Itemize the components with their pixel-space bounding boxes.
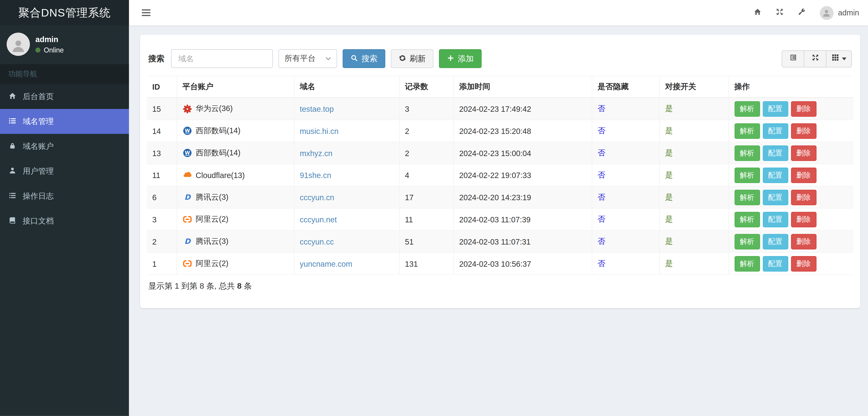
- wrench-icon[interactable]: [791, 0, 813, 25]
- cell-domain: cccyun.net: [294, 208, 399, 231]
- domain-link[interactable]: music.hi.cn: [300, 127, 338, 135]
- parse-button[interactable]: 解析: [734, 101, 760, 116]
- config-button[interactable]: 配置: [763, 256, 788, 271]
- domain-link[interactable]: cccyun.net: [300, 215, 337, 224]
- config-button[interactable]: 配置: [763, 167, 788, 183]
- delete-button[interactable]: 删除: [791, 123, 816, 138]
- parse-button[interactable]: 解析: [734, 189, 760, 205]
- hidden-toggle-link[interactable]: 否: [597, 126, 605, 135]
- domains-table: ID 平台账户 域名 记录数 添加时间 是否隐藏 对接开关 操作 15华为云(3…: [147, 76, 854, 275]
- delete-button[interactable]: 删除: [791, 189, 816, 205]
- config-button[interactable]: 配置: [763, 101, 788, 116]
- switch-toggle-link[interactable]: 是: [665, 104, 673, 112]
- refresh-button[interactable]: 刷新: [391, 49, 433, 68]
- domain-link[interactable]: yuncname.com: [300, 259, 352, 268]
- domain-table-card: 搜索 所有平台 搜索 刷新 添加: [140, 35, 860, 308]
- parse-button[interactable]: 解析: [734, 256, 760, 271]
- domain-link[interactable]: testae.top: [300, 104, 334, 113]
- hidden-toggle-link[interactable]: 否: [597, 236, 605, 245]
- platform-label: 西部数码(14): [196, 148, 241, 158]
- table-row: 13W西部数码(14)mxhyz.cn22024-02-23 15:00:04否…: [147, 142, 854, 164]
- sidebar-toggle-icon[interactable]: [138, 4, 154, 21]
- sidebar-item-label: 用户管理: [23, 166, 54, 176]
- parse-button[interactable]: 解析: [734, 123, 760, 138]
- cell-actions: 解析配置删除: [728, 142, 854, 164]
- cell-platform: Cloudflare(13): [177, 164, 294, 186]
- sidebar-item-home[interactable]: 后台首页: [0, 84, 129, 109]
- cell-records: 51: [399, 230, 454, 252]
- columns-button[interactable]: [826, 50, 852, 67]
- platform-select[interactable]: 所有平台: [278, 49, 337, 68]
- sidebar-item-accounts[interactable]: 域名账户: [0, 134, 129, 159]
- delete-button[interactable]: 删除: [791, 211, 816, 227]
- hidden-toggle-link[interactable]: 否: [597, 104, 605, 112]
- delete-button[interactable]: 删除: [791, 101, 816, 116]
- cell-switch: 是: [659, 208, 728, 231]
- config-button[interactable]: 配置: [763, 123, 788, 138]
- switch-toggle-link[interactable]: 是: [665, 214, 673, 223]
- hidden-toggle-link[interactable]: 否: [597, 214, 605, 223]
- delete-button[interactable]: 删除: [791, 256, 816, 271]
- fullscreen-icon[interactable]: [769, 0, 791, 25]
- platform-select-value: 所有平台: [285, 54, 316, 64]
- avatar[interactable]: [820, 6, 834, 20]
- domain-link[interactable]: cccyun.cc: [300, 237, 334, 246]
- user-icon: [8, 166, 17, 176]
- cell-id: 6: [147, 186, 177, 208]
- config-button[interactable]: 配置: [763, 211, 788, 227]
- parse-button[interactable]: 解析: [734, 234, 760, 249]
- cell-hidden: 否: [592, 142, 659, 164]
- sidebar-item-domains[interactable]: 域名管理: [0, 109, 129, 134]
- col-switch: 对接开关: [659, 76, 728, 98]
- main-content: 搜索 所有平台 搜索 刷新 添加: [129, 25, 868, 416]
- topbar-username[interactable]: admin: [838, 8, 859, 17]
- parse-button[interactable]: 解析: [734, 167, 760, 183]
- platform-label: 华为云(36): [196, 104, 233, 113]
- switch-toggle-link[interactable]: 是: [665, 126, 673, 135]
- hidden-toggle-link[interactable]: 否: [597, 148, 605, 157]
- config-button[interactable]: 配置: [763, 234, 788, 249]
- switch-toggle-link[interactable]: 是: [665, 192, 673, 201]
- hidden-toggle-link[interactable]: 否: [597, 192, 605, 201]
- west-icon: W: [183, 126, 192, 136]
- cell-domain: cccyun.cn: [294, 186, 399, 208]
- cell-domain: cccyun.cc: [294, 230, 399, 252]
- domain-link[interactable]: mxhyz.cn: [300, 149, 333, 158]
- switch-toggle-link[interactable]: 是: [665, 236, 673, 245]
- search-input[interactable]: [171, 49, 273, 68]
- cell-id: 11: [147, 164, 177, 186]
- delete-button[interactable]: 删除: [791, 145, 816, 161]
- parse-button[interactable]: 解析: [734, 211, 760, 227]
- plus-icon: [447, 54, 454, 63]
- sidebar-item-users[interactable]: 用户管理: [0, 159, 129, 184]
- hidden-toggle-link[interactable]: 否: [597, 170, 605, 179]
- sidebar-item-api-docs[interactable]: 接口文档: [0, 209, 129, 234]
- parse-button[interactable]: 解析: [734, 145, 760, 161]
- book-icon: [8, 216, 17, 226]
- delete-button[interactable]: 删除: [791, 167, 816, 183]
- sidebar-item-logs[interactable]: 操作日志: [0, 184, 129, 209]
- domain-link[interactable]: cccyun.cn: [300, 193, 334, 202]
- hidden-toggle-link[interactable]: 否: [597, 258, 605, 267]
- card-view-icon: [789, 54, 797, 64]
- col-added: 添加时间: [454, 76, 592, 98]
- domain-link[interactable]: 91she.cn: [300, 171, 331, 179]
- user-status: Online: [35, 46, 64, 54]
- config-button[interactable]: 配置: [763, 145, 788, 161]
- aliyun-icon: [183, 259, 192, 268]
- add-button[interactable]: 添加: [439, 49, 482, 68]
- table-row: 11Cloudflare(13)91she.cn42024-02-22 19:0…: [147, 164, 854, 186]
- fullscreen-table-button[interactable]: [804, 50, 826, 67]
- home-icon[interactable]: [747, 0, 769, 25]
- cell-platform: D腾讯云(3): [177, 186, 294, 208]
- switch-toggle-link[interactable]: 是: [665, 170, 673, 179]
- switch-toggle-link[interactable]: 是: [665, 148, 673, 157]
- config-button[interactable]: 配置: [763, 189, 788, 205]
- cell-added: 2024-02-23 15:00:04: [454, 142, 592, 164]
- card-view-button[interactable]: [781, 50, 804, 67]
- switch-toggle-link[interactable]: 是: [665, 258, 673, 267]
- delete-button[interactable]: 删除: [791, 234, 816, 249]
- search-button[interactable]: 搜索: [343, 49, 385, 68]
- table-row: 6D腾讯云(3)cccyun.cn172024-02-20 14:23:19否是…: [147, 186, 854, 208]
- table-row: 3阿里云(2)cccyun.net112024-02-03 11:07:39否是…: [147, 208, 854, 231]
